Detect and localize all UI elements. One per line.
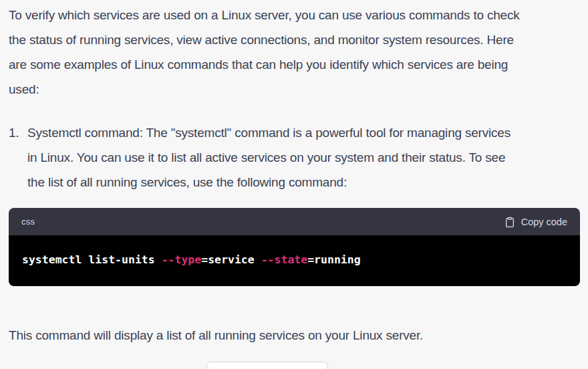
code-token: systemctl list-units: [22, 253, 162, 266]
list-item-1-line: the list of all running services, use th…: [27, 170, 579, 195]
code-language-label: css: [21, 217, 35, 227]
code-token: =service: [201, 253, 261, 266]
copy-code-label: Copy code: [521, 217, 567, 227]
assistant-message: To verify which services are used on a L…: [0, 0, 588, 369]
tooltip-box: [206, 362, 328, 369]
list-item-1: 1. Systemctl command: The "systemctl" co…: [9, 120, 579, 195]
intro-line: are some examples of Linux commands that…: [9, 52, 579, 77]
copy-code-button[interactable]: Copy code: [504, 216, 567, 228]
intro-line: To verify which services are used on a L…: [9, 3, 579, 27]
intro-line: the status of running services, view act…: [9, 27, 579, 52]
outro-line: This command will display a list of all …: [9, 323, 579, 348]
code-token: --type: [162, 253, 202, 266]
code-block-header: css Copy code: [9, 208, 580, 235]
list-item-2-text-after: shows the active network connections on …: [333, 364, 579, 369]
code-token: =running: [307, 253, 360, 266]
list-item-2-marker: 2.: [9, 364, 27, 369]
intro-paragraph: To verify which services are used on a L…: [9, 3, 579, 102]
list-item-1-line: in Linux. You can use it to list all act…: [27, 145, 579, 170]
clipboard-icon: [504, 216, 515, 228]
code-content: systemctl list-units --type=service --st…: [9, 235, 580, 286]
outro-paragraph: This command will display a list of all …: [9, 323, 579, 348]
list-item-2-text-before: Netstat command: The "netstat": [27, 364, 202, 369]
list-item-2-partial: 2. Netstat command: The "netstat" shows …: [9, 364, 579, 369]
intro-line: used:: [9, 77, 579, 102]
list-item-1-marker: 1.: [9, 120, 27, 195]
list-item-1-line: Systemctl command: The "systemctl" comma…: [27, 120, 579, 145]
code-token: --state: [261, 253, 308, 266]
code-block: css Copy code systemctl list-units --typ…: [9, 208, 580, 286]
list-item-1-text: Systemctl command: The "systemctl" comma…: [27, 120, 579, 195]
